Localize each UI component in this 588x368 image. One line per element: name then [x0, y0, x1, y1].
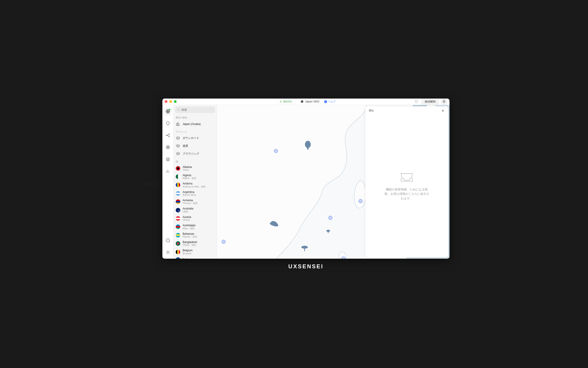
svg-point-7 [167, 147, 168, 147]
search-field[interactable] [182, 108, 213, 111]
close-icon [441, 109, 444, 112]
country-name: Australia [183, 207, 193, 210]
rail-meshnet[interactable] [164, 132, 172, 139]
help-label: ヘルプ [328, 100, 336, 103]
country-sub: Baku - 仮想 [183, 227, 196, 230]
country-sub: 5都市 [183, 211, 193, 213]
empty-message: 機能の更新情報、ためになる情報、お得な情報がこちらに表示されます。 [384, 187, 430, 201]
country-name: Albania [183, 166, 192, 169]
recent-section-label: 最近の接続 [174, 114, 217, 120]
panel-title: 通知 [369, 109, 374, 112]
rail-support[interactable]: ? [164, 237, 172, 244]
globe-icon [300, 100, 304, 103]
svg-point-26 [329, 216, 332, 220]
country-name: Bangladesh [183, 240, 197, 244]
flag-icon [176, 233, 180, 238]
presets-section-label: プリセット [174, 128, 217, 134]
country-item[interactable]: AlbaniaTirana [174, 164, 217, 173]
svg-rect-35 [304, 248, 305, 251]
rail-layers[interactable] [164, 156, 172, 163]
flag-icon [176, 216, 180, 221]
app-body: ? 最近の接続 Japan (Osaka) プリセット ダウンロード [162, 105, 450, 259]
country-sub: Vienna [183, 219, 191, 221]
svg-text:?: ? [167, 239, 168, 241]
svg-point-3 [169, 134, 169, 134]
help-link[interactable]: ? ヘルプ [324, 100, 336, 103]
recent-item-label: Japan (Osaka) [183, 122, 201, 126]
flag-icon [176, 241, 180, 246]
countries-section-label: 国 [174, 158, 217, 164]
lock-icon [280, 101, 282, 103]
notifications-panel: 通知 機能の更新情報、ためになる情報、お得な情報がこちらに表示されます。 [366, 106, 448, 257]
panel-close-button[interactable] [441, 109, 445, 113]
preset-label: ブラウジング [183, 152, 199, 156]
svg-rect-33 [328, 231, 329, 233]
notifications-button[interactable] [441, 99, 447, 104]
country-item[interactable]: AustriaVienna [174, 214, 217, 223]
recent-item[interactable]: Japan (Osaka) [174, 120, 217, 128]
country-item[interactable]: AlgeriaAlgiers - 仮想 [174, 173, 217, 181]
panel-empty-state: 機能の更新情報、ためになる情報、お得な情報がこちらに表示されます。 [366, 115, 448, 257]
window-minimize-icon[interactable] [169, 100, 172, 103]
svg-point-21 [341, 257, 345, 259]
rail-stats[interactable] [164, 167, 172, 175]
titlebar: 接続済み Japan #642 ? ヘルプ 接続解除 [162, 99, 450, 105]
country-sub: Buenos Aires [183, 194, 196, 196]
nav-rail: ? [162, 105, 174, 259]
preset-item[interactable]: 速度 [174, 142, 217, 150]
svg-point-10 [178, 109, 179, 110]
window-maximize-icon[interactable] [174, 100, 177, 103]
country-item[interactable]: BelgiumBrussels [174, 248, 217, 256]
rail-radar[interactable] [164, 144, 172, 151]
country-item[interactable]: BangladeshDhaka - 仮想 [174, 239, 217, 248]
window-controls [165, 100, 177, 103]
flag-icon [176, 208, 180, 212]
panel-header: 通知 [366, 106, 448, 115]
layers-icon [176, 144, 180, 148]
flag-icon [176, 174, 180, 179]
svg-point-34 [301, 246, 308, 248]
search-input[interactable] [175, 107, 215, 113]
preset-item[interactable]: ダウンロード [174, 134, 217, 142]
rail-shield[interactable] [164, 120, 172, 127]
preset-label: 速度 [183, 144, 188, 148]
titlebar-right: 接続解除 [413, 99, 447, 105]
country-item[interactable]: AzerbaijanBaku - 仮想 [174, 223, 217, 231]
flag-icon [176, 191, 180, 196]
rail-settings[interactable] [164, 248, 172, 256]
window-close-icon[interactable] [165, 100, 167, 103]
country-name: Austria [183, 215, 191, 219]
country-item[interactable]: Belize [174, 256, 217, 259]
country-sub: Algiers - 仮想 [183, 177, 196, 180]
svg-point-30 [305, 141, 311, 148]
country-item[interactable]: AndorraAndorra la Vella - 仮想 [174, 181, 217, 189]
disconnect-button[interactable]: 接続解除 [422, 99, 439, 105]
svg-point-23 [359, 199, 362, 203]
city-icon [176, 122, 180, 126]
country-item[interactable]: Australia5都市 [174, 206, 217, 214]
server-name: Japan #642 [305, 100, 320, 103]
country-item[interactable]: ArgentinaBuenos Aires [174, 189, 217, 198]
svg-point-4 [169, 136, 169, 137]
preset-item[interactable]: ブラウジング [174, 150, 217, 158]
country-sub: Andorra la Vella - 仮想 [183, 185, 206, 188]
map-area[interactable]: 通知 機能の更新情報、ためになる情報、お得な情報がこちらに表示されます。 [217, 105, 450, 259]
svg-point-9 [167, 251, 168, 253]
flag-icon [176, 199, 180, 204]
country-sub: Dhaka - 仮想 [183, 244, 197, 247]
svg-rect-31 [307, 147, 308, 149]
flag-icon [176, 183, 180, 187]
country-name: Algeria [183, 174, 196, 177]
flag-icon [176, 224, 180, 229]
country-item[interactable]: ArmeniaYerevan - 仮想 [174, 198, 217, 206]
server-indicator: Japan #642 [300, 100, 320, 103]
country-item[interactable]: BahamasNassau - 仮想 [174, 231, 217, 239]
search-icon [177, 108, 180, 111]
layers-icon [176, 136, 180, 141]
flag-icon [176, 166, 180, 171]
rail-globe[interactable] [164, 108, 172, 115]
shield-status-icon[interactable] [413, 99, 420, 104]
connection-status: 接続済み [283, 100, 292, 103]
layers-icon [176, 152, 180, 156]
country-name: Andorra [183, 182, 206, 185]
